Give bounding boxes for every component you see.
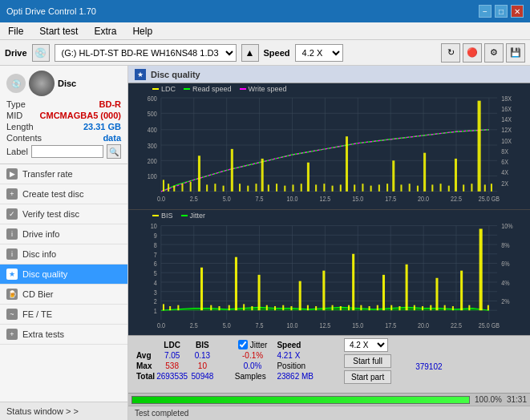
chart2-svg: 10 9 8 7 6 5 4 3 2 1 10% 8% 6% 4% 2% xyxy=(128,210,530,336)
svg-rect-47 xyxy=(173,186,175,192)
sidebar-item-label-disc-info: Disc info xyxy=(22,249,56,259)
avg-jitter-val: -0.1% xyxy=(235,351,271,360)
sidebar-item-disc-quality[interactable]: ★ Disc quality xyxy=(0,265,127,285)
menu-extra[interactable]: Extra xyxy=(89,24,121,38)
svg-rect-162 xyxy=(369,305,370,309)
svg-rect-50 xyxy=(198,155,200,192)
menu-start-test[interactable]: Start test xyxy=(34,24,83,38)
svg-text:3: 3 xyxy=(154,288,157,296)
minimize-button[interactable]: − xyxy=(479,5,492,18)
disc-contents-value: data xyxy=(103,133,121,143)
svg-rect-66 xyxy=(323,184,325,192)
svg-rect-142 xyxy=(210,305,212,310)
svg-rect-154 xyxy=(307,305,309,310)
svg-rect-172 xyxy=(444,305,446,310)
status-window-button[interactable]: Status window > > xyxy=(0,402,127,420)
sidebar-item-transfer-rate[interactable]: ▶ Transfer rate xyxy=(0,164,127,184)
legend-write-speed-dot xyxy=(240,88,246,90)
svg-text:4X: 4X xyxy=(501,169,508,177)
eject-button[interactable]: ▲ xyxy=(241,44,259,62)
svg-rect-49 xyxy=(190,182,192,192)
svg-rect-76 xyxy=(400,184,402,191)
avg-bis-val: 0.13 xyxy=(189,351,216,360)
disc-section-title: Disc xyxy=(58,79,76,88)
svg-rect-67 xyxy=(332,186,334,192)
titlebar: Opti Drive Control 1.70 − □ ✕ xyxy=(0,0,530,22)
svg-text:9: 9 xyxy=(154,232,157,240)
svg-rect-152 xyxy=(290,305,292,309)
jitter-checkbox[interactable] xyxy=(238,340,248,349)
action-btn-1[interactable]: 🔴 xyxy=(463,43,482,63)
sidebar: 💿 Disc Type BD-R MID CMCMAGBA5 (000) Len… xyxy=(0,66,128,420)
sidebar-item-fe-te[interactable]: ~ FE / TE xyxy=(0,305,127,325)
svg-text:10.0: 10.0 xyxy=(287,321,298,329)
svg-text:7: 7 xyxy=(154,250,157,258)
svg-text:17.5: 17.5 xyxy=(385,321,396,329)
disc-length-label: Length xyxy=(6,122,34,131)
avg-ldc-val: 7.05 xyxy=(156,351,188,360)
titlebar-title: Opti Drive Control 1.70 xyxy=(6,6,96,16)
refresh-button[interactable]: ↻ xyxy=(441,43,460,63)
sidebar-item-extra-tests[interactable]: + Extra tests xyxy=(0,325,127,345)
speed-dropdown[interactable]: 4.2 X xyxy=(344,338,388,352)
legend-bis-dot xyxy=(152,215,159,216)
svg-text:0.0: 0.0 xyxy=(157,195,166,203)
svg-rect-144 xyxy=(229,305,230,310)
sidebar-item-verify-test-disc[interactable]: ✓ Verify test disc xyxy=(0,204,127,224)
svg-rect-156 xyxy=(322,270,325,310)
svg-rect-153 xyxy=(299,281,301,310)
drive-select[interactable]: (G:) HL-DT-ST BD-RE WH16NS48 1.D3 xyxy=(55,44,237,62)
sidebar-item-drive-info[interactable]: i Drive info xyxy=(0,224,127,244)
svg-text:10%: 10% xyxy=(501,222,512,230)
drive-action-buttons: ↻ 🔴 ⚙ 💾 xyxy=(441,43,525,63)
save-button[interactable]: 💾 xyxy=(506,43,525,63)
svg-rect-74 xyxy=(386,184,388,192)
sidebar-item-create-test-disc[interactable]: + Create test disc xyxy=(0,184,127,204)
disc-mid-label: MID xyxy=(6,111,22,120)
position-val-cell: 23862 MB xyxy=(272,372,318,381)
svg-rect-163 xyxy=(377,305,378,310)
maximize-button[interactable]: □ xyxy=(495,5,508,18)
svg-rect-157 xyxy=(332,305,334,310)
svg-text:17.5: 17.5 xyxy=(385,195,397,203)
start-full-button[interactable]: Start full xyxy=(344,354,391,368)
svg-rect-80 xyxy=(431,184,433,191)
sidebar-item-label-create-test-disc: Create test disc xyxy=(22,189,83,199)
disc-info-icon: i xyxy=(6,248,18,260)
disc-quality-header-icon: ★ xyxy=(135,69,146,80)
disc-label-button[interactable]: 🔍 xyxy=(107,144,121,159)
svg-rect-175 xyxy=(468,305,470,310)
start-part-button[interactable]: Start part xyxy=(344,370,391,384)
svg-rect-70 xyxy=(354,184,355,191)
max-ldc-val: 538 xyxy=(156,361,188,370)
samples-label-cell: Samples xyxy=(235,372,271,381)
jitter-checkbox-label[interactable]: Jitter xyxy=(238,340,268,349)
legend-jitter-dot xyxy=(181,215,188,216)
svg-rect-68 xyxy=(340,184,342,191)
speed-select[interactable]: 4.2 X xyxy=(295,44,343,62)
total-ldc-val: 2693535 xyxy=(156,372,188,381)
svg-rect-88 xyxy=(491,184,492,192)
avg-speed-val: 4.21 X xyxy=(272,351,318,360)
svg-rect-81 xyxy=(440,184,442,192)
menu-file[interactable]: File xyxy=(3,24,28,38)
svg-rect-161 xyxy=(360,305,362,310)
menu-help[interactable]: Help xyxy=(127,24,157,38)
legend-write-speed: Write speed xyxy=(240,85,287,93)
close-button[interactable]: ✕ xyxy=(511,5,524,18)
svg-rect-159 xyxy=(348,305,350,310)
svg-rect-170 xyxy=(430,305,431,310)
disc-contents-label: Contents xyxy=(6,133,42,143)
position-label: Position xyxy=(277,361,305,370)
total-bis-val: 50948 xyxy=(189,372,216,381)
disc-label-input[interactable] xyxy=(31,145,103,158)
sidebar-item-label-disc-quality: Disc quality xyxy=(22,269,67,279)
stats-spacer xyxy=(217,340,233,349)
action-btn-2[interactable]: ⚙ xyxy=(484,43,504,63)
svg-rect-53 xyxy=(223,186,225,192)
svg-text:12X: 12X xyxy=(501,127,512,135)
sidebar-item-disc-info[interactable]: i Disc info xyxy=(0,244,127,265)
samples-label: Samples xyxy=(235,372,266,381)
sidebar-item-cd-bier[interactable]: 🍺 CD Bier xyxy=(0,285,127,305)
svg-rect-165 xyxy=(390,305,392,310)
